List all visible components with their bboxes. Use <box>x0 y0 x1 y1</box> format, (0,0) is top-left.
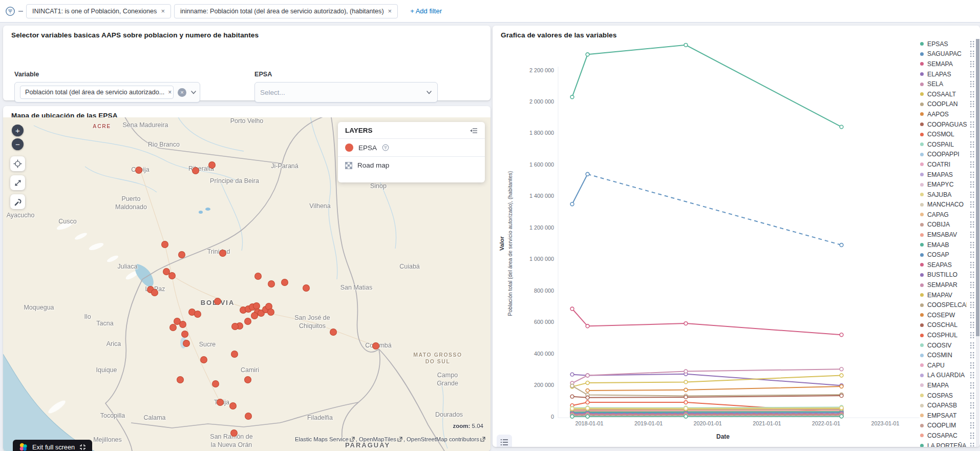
legend-options-icon[interactable] <box>970 382 974 388</box>
legend-options-icon[interactable] <box>970 232 974 238</box>
legend-options-icon[interactable] <box>970 161 974 168</box>
epsa-select[interactable]: Select... <box>254 82 438 102</box>
legend-options-icon[interactable] <box>970 302 974 308</box>
epsa-location-dot[interactable] <box>200 356 207 363</box>
legend-options-icon[interactable] <box>970 181 974 188</box>
epsa-location-dot[interactable] <box>214 298 221 305</box>
legend-item-cosmin[interactable]: COSMIN <box>920 350 974 360</box>
legend-item-cooplan[interactable]: COOPLAN <box>920 99 974 110</box>
epsa-location-dot[interactable] <box>231 323 239 330</box>
epsa-location-dot[interactable] <box>212 380 219 387</box>
legend-options-icon[interactable] <box>970 332 974 338</box>
legend-options-icon[interactable] <box>970 121 974 128</box>
epsa-location-dot[interactable] <box>231 351 238 358</box>
legend-item-cosaalt[interactable]: COSAALT <box>920 89 974 99</box>
legend-item-seapas[interactable]: SEAPAS <box>920 260 974 270</box>
legend-options-icon[interactable] <box>970 151 974 157</box>
fit-bounds-button[interactable] <box>10 175 25 190</box>
epsa-location-dot[interactable] <box>135 167 142 174</box>
legend-item-emapas[interactable]: EMAPAS <box>920 170 974 180</box>
chevron-down-icon[interactable] <box>190 89 197 95</box>
legend-item-cospas[interactable]: COSPAS <box>920 391 974 401</box>
epsa-location-dot[interactable] <box>194 311 201 318</box>
legend-options-icon[interactable] <box>970 443 974 447</box>
legend-item-cospail[interactable]: COSPAIL <box>920 139 974 150</box>
epsa-location-dot[interactable] <box>244 318 251 325</box>
layer-row-roadmap[interactable]: Road map <box>338 157 485 174</box>
legend-options-icon[interactable] <box>970 372 974 378</box>
legend-options-icon[interactable] <box>970 41 974 47</box>
epsa-location-dot[interactable] <box>219 250 226 257</box>
zoom-in-button[interactable]: + <box>12 125 24 136</box>
legend-options-icon[interactable] <box>970 242 974 248</box>
legend-options-icon[interactable] <box>970 312 974 318</box>
legend-options-icon[interactable] <box>970 433 974 439</box>
filter-icon[interactable] <box>5 6 15 16</box>
epsa-location-dot[interactable] <box>254 273 262 280</box>
legend-options-icon[interactable] <box>970 362 974 368</box>
legend-item-manchaco[interactable]: MANCHACO <box>920 200 974 210</box>
legend-item-empsaat[interactable]: EMPSAAT <box>920 411 974 421</box>
legend-item-cobija[interactable]: COBIJA <box>920 220 974 230</box>
zoom-out-button[interactable]: − <box>12 138 24 150</box>
layer-row-epsa[interactable]: EPSA <box>338 139 485 157</box>
legend-item-coopaguas[interactable]: COOPAGUAS <box>920 119 974 130</box>
legend-item-semapar[interactable]: SEMAPAR <box>920 280 974 290</box>
epsa-location-dot[interactable] <box>181 331 188 338</box>
legend-item-coatri[interactable]: COATRI <box>920 159 974 170</box>
epsa-location-dot[interactable] <box>169 324 177 331</box>
legend-options-icon[interactable] <box>970 192 974 198</box>
epsa-location-dot[interactable] <box>245 413 252 420</box>
legend-item-coosiv[interactable]: COOSIV <box>920 340 974 351</box>
legend-item-coopappi[interactable]: COOPAPPI <box>920 150 974 160</box>
epsa-location-dot[interactable] <box>303 284 310 292</box>
chevron-down-icon[interactable] <box>426 89 432 95</box>
variable-selected-tag[interactable]: Población total (del área de servicio au… <box>20 86 174 99</box>
tools-button[interactable] <box>10 194 25 209</box>
legend-item-sela[interactable]: SELA <box>920 79 974 89</box>
attribution-link[interactable]: Elastic Maps Service , <box>295 436 357 442</box>
epsa-location-dot[interactable] <box>229 402 237 409</box>
legend-options-icon[interactable] <box>970 111 974 117</box>
epsa-location-dot[interactable] <box>168 272 176 279</box>
legend-item-emsabav[interactable]: EMSABAV <box>920 230 974 240</box>
legend-item-emapyc[interactable]: EMAPYC <box>920 179 974 190</box>
legend-item-semapa[interactable]: SEMAPA <box>920 59 974 69</box>
epsa-location-dot[interactable] <box>251 312 258 319</box>
legend-toggle-button[interactable] <box>497 435 512 447</box>
legend-item-epsas[interactable]: EPSAS <box>920 39 974 49</box>
legend-options-icon[interactable] <box>970 282 974 288</box>
collapse-layers-icon[interactable] <box>470 127 478 134</box>
legend-item-cosap[interactable]: COSAP <box>920 250 974 260</box>
epsa-location-dot[interactable] <box>179 321 186 328</box>
legend-options-icon[interactable] <box>970 131 974 137</box>
epsa-location-dot[interactable] <box>268 280 275 288</box>
legend-options-icon[interactable] <box>970 101 974 107</box>
legend-options-icon[interactable] <box>970 172 974 178</box>
legend-item-elapas[interactable]: ELAPAS <box>920 69 974 79</box>
map-canvas[interactable]: Porto VelhoACRESena MadureiraRio BrancoJ… <box>3 117 491 451</box>
remove-filter-icon[interactable]: × <box>388 8 392 14</box>
legend-options-icon[interactable] <box>970 201 974 208</box>
epsa-location-dot[interactable] <box>161 241 168 248</box>
legend-options-icon[interactable] <box>970 342 974 348</box>
legend-options-icon[interactable] <box>970 322 974 328</box>
legend-item-coospelcar[interactable]: COOSPELCAR <box>920 300 974 310</box>
legend-item-la-porteña[interactable]: LA PORTEÑA <box>920 441 974 447</box>
legend-scrollbar-thumb[interactable] <box>976 39 979 336</box>
epsa-location-dot[interactable] <box>281 279 288 286</box>
epsa-location-dot[interactable] <box>177 376 184 383</box>
legend-options-icon[interactable] <box>970 81 974 87</box>
legend-options-icon[interactable] <box>970 71 974 77</box>
remove-tag-icon[interactable]: × <box>168 89 172 96</box>
legend-options-icon[interactable] <box>970 51 974 57</box>
epsa-location-dot[interactable] <box>372 342 379 350</box>
epsa-location-dot[interactable] <box>183 340 190 347</box>
clear-selection-icon[interactable]: × <box>178 88 186 97</box>
legend-item-la-guardia[interactable]: LA GUARDIA <box>920 371 974 381</box>
attribution-link[interactable]: OpenMapTiles , <box>359 436 405 442</box>
legend-item-emapav[interactable]: EMAPAV <box>920 290 974 300</box>
legend-item-cosapac[interactable]: COSAPAC <box>920 430 974 441</box>
legend-item-saguapac[interactable]: SAGUAPAC <box>920 49 974 59</box>
attribution-link[interactable]: OpenStreetMap contributors <box>407 436 485 442</box>
